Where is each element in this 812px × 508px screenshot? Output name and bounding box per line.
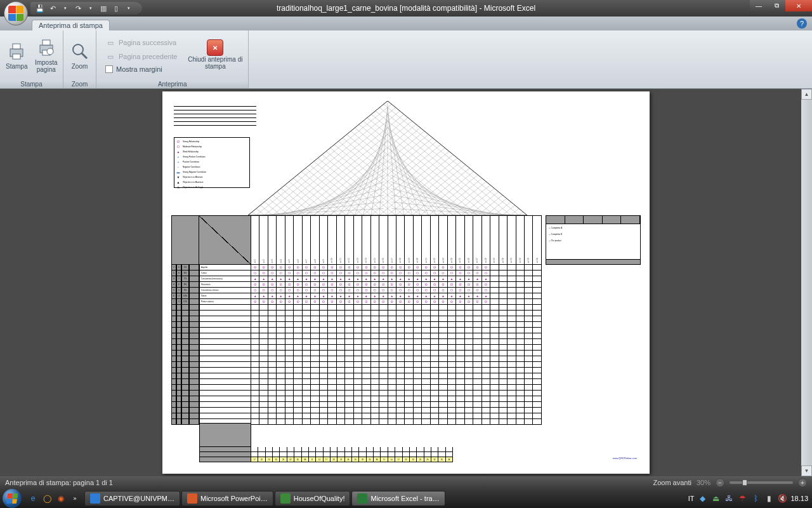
- hoq-title-block: [174, 103, 256, 126]
- magnifier-icon: [70, 41, 90, 62]
- tray-network-icon[interactable]: 🖧: [724, 493, 734, 504]
- zoom-button[interactable]: Zoom: [66, 32, 93, 78]
- hoq-row: 377%Consistenza (meccanica)▲▲▲▲▲▲▲▲▲▲▲▲▲…: [171, 276, 542, 282]
- tray-battery-icon[interactable]: ▮: [764, 493, 774, 504]
- hoq-roof: [248, 101, 527, 215]
- scroll-down-icon[interactable]: ▼: [801, 465, 812, 476]
- clock[interactable]: 18.13: [790, 495, 808, 502]
- group-stampa: Stampa Imposta pagina Stampa: [0, 30, 63, 88]
- taskbar-item[interactable]: CAPTIVE@UNIVPM…: [84, 491, 180, 506]
- ribbon: Stampa Imposta pagina Stampa Zoom Zoom: [0, 30, 812, 89]
- group-anteprima: ▭ Pagina successiva ▭ Pagina precedente …: [96, 30, 249, 88]
- tray-safely-remove-icon[interactable]: ⏏: [710, 493, 721, 504]
- page-setup-icon: [36, 37, 56, 58]
- tray-icon[interactable]: ◆: [697, 493, 707, 504]
- hoq-row: 468%GrassezzaΘΘΘΘΘΘΘΘΘΘΘΘΘΘΘΘΘΘΘΘΘΘΘΘΘΘΘ…: [171, 282, 542, 288]
- scroll-track[interactable]: [801, 100, 812, 465]
- svg-line-74: [371, 151, 449, 215]
- svg-line-42: [391, 208, 519, 215]
- group-title: Stampa: [0, 80, 63, 88]
- close-button[interactable]: ✕: [785, 0, 812, 11]
- firefox-icon[interactable]: ◉: [55, 492, 67, 505]
- title-bar: 💾 ↶ ▾ ↷ ▾ ▥ ▯ ▾ traditionalhoq_large1_ca…: [0, 0, 812, 17]
- tray-bluetooth-icon[interactable]: ᛒ: [750, 493, 761, 504]
- undo-icon[interactable]: ↶: [48, 4, 57, 13]
- language-indicator[interactable]: IT: [688, 495, 695, 502]
- taskbar-item[interactable]: Microsoft Excel - tra…: [351, 491, 445, 506]
- svg-line-79: [318, 158, 388, 215]
- preview-workspace: ΘStrong RelationshipΟModerate Relationsh…: [0, 89, 812, 476]
- svg-line-75: [310, 164, 371, 215]
- dropdown-icon[interactable]: ▾: [61, 4, 70, 13]
- hoq-row: 195%AspettoΘΘΘΘΘΘΘΘΘΘΘΘΘΘΘΘΘΘΘΘΘΘΘΘΘΘΘΘ: [171, 265, 542, 271]
- svg-line-63: [285, 185, 322, 215]
- window-title: traditionalhoq_large1_carne_bovina [moda…: [277, 4, 535, 13]
- svg-line-50: [273, 111, 400, 215]
- group-title: Zoom: [63, 80, 96, 88]
- start-button[interactable]: [0, 489, 24, 508]
- scroll-up-icon[interactable]: ▲: [801, 89, 812, 100]
- taskbar-item-label: CAPTIVE@UNIVPM…: [103, 495, 174, 502]
- tab-print-preview[interactable]: Anteprima di stampa: [32, 20, 110, 30]
- system-tray: IT ◆ ⏏ 🖧 ☂ ᛒ ▮ 🔇 18.13: [684, 493, 812, 504]
- ie-icon[interactable]: e: [27, 492, 39, 505]
- windows-flag-icon: [6, 493, 18, 504]
- ribbon-tabbar: Anteprima di stampa ?: [0, 17, 812, 30]
- taskbar-item[interactable]: HouseOfQuality!: [275, 491, 351, 506]
- app-icon: [187, 493, 197, 504]
- zoom-thumb[interactable]: [742, 479, 747, 486]
- maximize-button[interactable]: ⧉: [768, 0, 785, 11]
- office-logo-icon: [8, 6, 23, 21]
- media-player-icon[interactable]: ◯: [41, 492, 53, 505]
- hoq-row: 6410%Odore▲▲▲▲▲▲▲▲▲▲▲▲▲▲▲▲▲▲▲▲▲▲▲▲▲▲▲▲: [171, 293, 542, 299]
- svg-line-23: [363, 121, 387, 215]
- svg-line-106: [502, 205, 514, 215]
- svg-line-90: [437, 178, 482, 215]
- print-preview-icon[interactable]: ▥: [99, 4, 108, 13]
- group-title: Anteprima: [96, 80, 248, 88]
- taskbar-item-label: HouseOfQuality!: [294, 495, 345, 502]
- svg-line-78: [388, 158, 457, 215]
- redo-icon[interactable]: ↷: [74, 4, 82, 13]
- help-icon[interactable]: ?: [797, 18, 807, 29]
- zoom-slider[interactable]: [730, 481, 793, 484]
- svg-rect-2: [13, 54, 20, 59]
- prev-page-button: ▭ Pagina precedente: [103, 50, 180, 63]
- svg-line-35: [390, 161, 461, 215]
- tray-antivirus-icon[interactable]: ☂: [737, 493, 747, 504]
- svg-line-67: [293, 178, 338, 215]
- vertical-scrollbar[interactable]: ▲ ▼: [801, 89, 812, 476]
- show-margins-checkbox[interactable]: Mostra margini: [103, 64, 180, 74]
- zoom-in-button[interactable]: +: [798, 478, 807, 487]
- save-icon[interactable]: 💾: [36, 4, 44, 13]
- taskbar-item-label: Microsoft Excel - tra…: [370, 495, 439, 502]
- page-setup-button[interactable]: Imposta pagina: [32, 32, 61, 78]
- close-preview-button[interactable]: ✕ Chiudi anteprima di stampa: [185, 32, 246, 77]
- svg-line-102: [486, 198, 506, 215]
- hoq-competitive-panel: — Competitor A— Competitor B— Our produc…: [546, 215, 641, 265]
- svg-rect-4: [43, 40, 50, 45]
- print-button[interactable]: Stampa: [3, 32, 31, 78]
- printer-icon: [6, 41, 27, 62]
- svg-line-51: [260, 205, 272, 215]
- qat-customize-icon[interactable]: ▾: [124, 4, 133, 13]
- svg-line-111: [384, 104, 520, 215]
- taskbar-item[interactable]: Microsoft PowerPoi…: [181, 491, 273, 506]
- status-bar: Anteprima di stampa: pagina 1 di 1 Zoom …: [0, 476, 812, 489]
- svg-line-99: [359, 124, 470, 215]
- zoom-percentage: 30%: [697, 479, 710, 486]
- zoom-out-button[interactable]: −: [716, 478, 724, 487]
- hoq-totals: 1720232629323538111417202326293235381114…: [199, 423, 453, 462]
- svg-line-25: [379, 107, 388, 215]
- dropdown-icon[interactable]: ▾: [86, 4, 95, 13]
- tray-volume-icon[interactable]: 🔇: [777, 493, 787, 504]
- more-icon[interactable]: »: [69, 492, 81, 505]
- office-button[interactable]: [4, 1, 28, 25]
- svg-line-24: [371, 114, 387, 215]
- minimize-button[interactable]: —: [750, 0, 768, 11]
- group-zoom: Zoom Zoom: [63, 30, 96, 88]
- chart-icon[interactable]: ▯: [112, 4, 121, 13]
- status-text: Anteprima di stampa: pagina 1 di 1: [5, 479, 113, 486]
- svg-rect-1: [13, 44, 20, 49]
- next-page-button: ▭ Pagina successiva: [103, 36, 180, 49]
